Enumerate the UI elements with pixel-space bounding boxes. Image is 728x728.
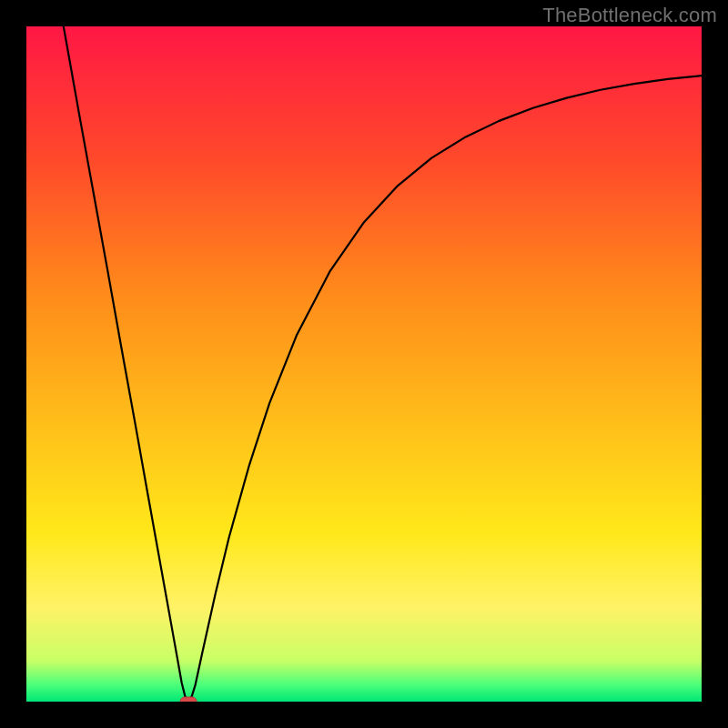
chart-svg [26,26,702,702]
bottleneck-chart [26,26,702,702]
marker-optimal-point [180,697,197,702]
watermark-text: TheBottleneck.com [542,4,717,27]
chart-container: TheBottleneck.com [0,0,728,728]
chart-background [26,26,702,702]
